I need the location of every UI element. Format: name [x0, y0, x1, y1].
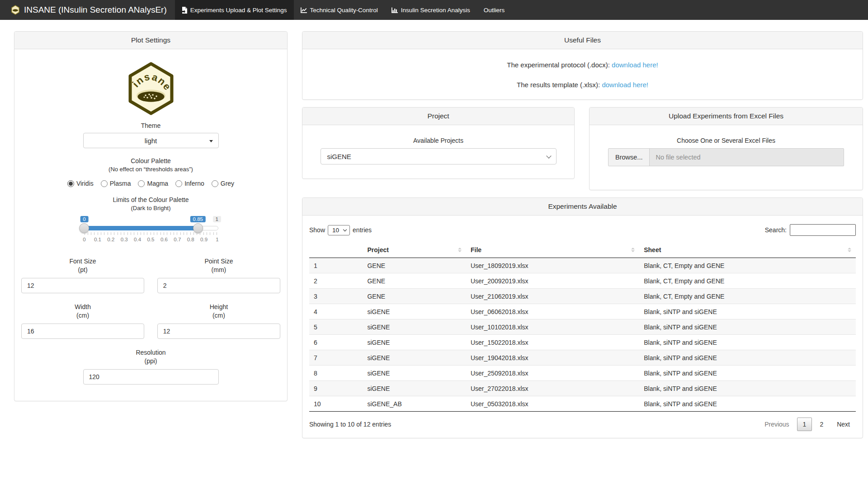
field-row-2: Width (cm) Height (cm) — [21, 303, 280, 339]
radio-plasma[interactable]: Plasma — [101, 180, 131, 187]
project-cell: siGENE — [363, 350, 466, 366]
page-length-value: 10 — [332, 227, 339, 234]
radio-inferno-input[interactable] — [175, 180, 182, 187]
page-2-button[interactable]: 2 — [814, 418, 829, 431]
field-row-1: Font Size (pt) Point Size (mm) — [21, 258, 280, 293]
sheet-cell: Blank, siNTP and siGENE — [639, 350, 856, 366]
table-row[interactable]: 4siGENEUser_06062018.xlsxBlank, siNTP an… — [309, 304, 856, 319]
slider-tick-label: 0.5 — [147, 237, 155, 242]
slider-tick-labels: 00.10.20.30.40.50.60.70.80.91 — [85, 237, 217, 243]
browse-button[interactable]: Browse... — [609, 149, 650, 166]
experiments-table-body: 1GENEUser_18092019.xlsxBlank, CT, Empty … — [309, 258, 856, 412]
table-search: Search: — [765, 224, 856, 236]
insane-logo-small-icon — [11, 5, 20, 15]
table-row[interactable]: 5siGENEUser_10102018.xlsxBlank, siNTP an… — [309, 319, 856, 335]
table-row[interactable]: 3GENEUser_21062019.xlsxBlank, CT, Empty … — [309, 289, 856, 304]
table-row[interactable]: 6siGENEUser_15022018.xlsxBlank, siNTP an… — [309, 335, 856, 350]
header-project[interactable]: Project — [363, 242, 466, 258]
tab-label: Experiments Upload & Plot Settings — [190, 7, 287, 14]
template-download-link[interactable]: download here! — [602, 81, 648, 89]
project-cell: siGENE — [363, 319, 466, 335]
sheet-cell: Blank, siNTP and siGENE — [639, 381, 856, 396]
app-brand: INSANE (INsulin Secretion ANalysEr) — [0, 0, 175, 20]
font-size-input[interactable] — [21, 278, 144, 293]
project-cell: siGENE_AB — [363, 396, 466, 412]
upload-body: Choose One or Several Excel Files Browse… — [590, 125, 863, 190]
next-page-button[interactable]: Next — [831, 418, 856, 431]
project-cell: siGENE — [363, 335, 466, 350]
tab-outliers[interactable]: Outliers — [477, 0, 512, 20]
slider-to-value: 0.85 — [190, 216, 206, 222]
header-sheet[interactable]: Sheet — [639, 242, 856, 258]
theme-dropdown[interactable]: light — [83, 133, 219, 148]
sheet-cell: Blank, CT, Empty and GENE — [639, 258, 856, 273]
width-input[interactable] — [21, 324, 144, 339]
resolution-field: Resolution (ppi) — [83, 349, 219, 385]
useful-files-body: The experimental protocol (.docx): downl… — [302, 49, 863, 99]
radio-magma[interactable]: Magma — [138, 180, 168, 187]
resolution-label: Resolution — [83, 349, 219, 356]
palette-radio-group: Viridis Plasma Magma Inferno — [21, 180, 280, 187]
page-1-button[interactable]: 1 — [797, 418, 812, 431]
useful-files-panel: Useful Files The experimental protocol (… — [302, 31, 863, 100]
header-index[interactable] — [309, 242, 363, 258]
table-row[interactable]: 10siGENE_ABUser_05032018.xlsxBlank, siNT… — [309, 396, 856, 412]
app-title: INSANE (INsulin Secretion ANalysEr) — [24, 5, 167, 15]
search-input[interactable] — [790, 224, 856, 236]
font-size-unit: (pt) — [21, 266, 144, 273]
available-projects-label: Available Projects — [309, 137, 567, 144]
field-row-3: Resolution (ppi) — [21, 349, 280, 385]
table-row[interactable]: 2GENEUser_20092019.xlsxBlank, CT, Empty … — [309, 273, 856, 289]
slider-handle-from[interactable] — [79, 223, 89, 233]
radio-inferno[interactable]: Inferno — [175, 180, 204, 187]
sheet-cell: Blank, siNTP and siGENE — [639, 304, 856, 319]
slider-handle-to[interactable] — [193, 223, 203, 233]
file-cell: User_06062018.xlsx — [466, 304, 639, 319]
sheet-cell: Blank, siNTP and siGENE — [639, 335, 856, 350]
tab-technical-qc[interactable]: Technical Quality-Control — [294, 0, 385, 20]
radio-viridis[interactable]: Viridis — [67, 180, 94, 187]
table-row[interactable]: 1GENEUser_18092019.xlsxBlank, CT, Empty … — [309, 258, 856, 273]
height-input[interactable] — [157, 324, 280, 339]
bar-chart-icon — [392, 7, 398, 13]
radio-magma-input[interactable] — [138, 180, 145, 187]
file-selected-text: No file selected — [650, 149, 706, 166]
project-panel: Project Available Projects siGENE — [302, 107, 575, 179]
row-index-cell: 9 — [309, 381, 363, 396]
previous-page-button[interactable]: Previous — [759, 418, 795, 431]
pagination: Previous 1 2 Next — [757, 418, 856, 431]
page-length-select[interactable]: 10 — [328, 225, 350, 235]
useful-files-title: Useful Files — [302, 32, 863, 49]
slider-tick-label: 0.9 — [200, 237, 208, 242]
radio-grey-input[interactable] — [212, 180, 218, 187]
tab-insulin-analysis[interactable]: Insulin Secretion Analysis — [385, 0, 477, 20]
experiments-body: Show 10 entries Search: — [302, 216, 863, 438]
tab-label: Insulin Secretion Analysis — [401, 7, 470, 14]
tab-experiments-upload[interactable]: Experiments Upload & Plot Settings — [175, 0, 294, 20]
header-file-label: File — [471, 246, 481, 253]
table-row[interactable]: 7siGENEUser_19042018.xlsxBlank, siNTP an… — [309, 350, 856, 366]
radio-viridis-input[interactable] — [67, 180, 74, 187]
upload-panel: Upload Experiments from Excel Files Choo… — [589, 107, 863, 190]
plot-settings-panel: Plot Settings insane Theme — [14, 31, 288, 401]
table-row[interactable]: 9siGENEUser_27022018.xlsxBlank, siNTP an… — [309, 381, 856, 396]
file-cell: User_05032018.xlsx — [466, 396, 639, 412]
show-label: Show — [309, 226, 325, 234]
header-file[interactable]: File — [466, 242, 639, 258]
radio-plasma-input[interactable] — [101, 180, 108, 187]
sheet-cell: Blank, siNTP and siGENE — [639, 396, 856, 412]
slider-tick-label: 0.3 — [121, 237, 128, 242]
table-row[interactable]: 8siGENEUser_25092018.xlsxBlank, siNTP an… — [309, 366, 856, 381]
width-label: Width — [21, 303, 144, 310]
resolution-input[interactable] — [83, 369, 219, 385]
plot-settings-body: insane Theme light Colour Palette — [14, 49, 287, 401]
protocol-download-link[interactable]: download here! — [612, 61, 658, 69]
file-cell: User_15022018.xlsx — [466, 335, 639, 350]
point-size-input[interactable] — [157, 278, 280, 293]
protocol-text: The experimental protocol (.docx): — [507, 61, 612, 69]
row-index-cell: 5 — [309, 319, 363, 335]
radio-label: Plasma — [110, 180, 131, 187]
row-index-cell: 6 — [309, 335, 363, 350]
radio-grey[interactable]: Grey — [212, 180, 234, 187]
project-select[interactable]: siGENE — [321, 148, 557, 164]
